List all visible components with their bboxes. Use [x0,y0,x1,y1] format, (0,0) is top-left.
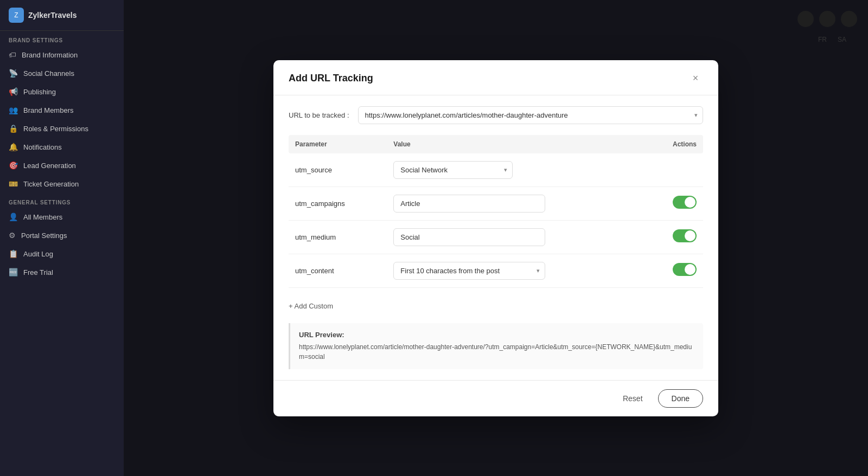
param-name-utm-medium: utm_medium [289,220,387,254]
sidebar-item-label: Audit Log [23,250,53,258]
sidebar-item-label: Brand Information [22,51,78,59]
table-row: utm_medium [289,220,703,254]
add-custom-link[interactable]: + Add Custom [289,294,333,312]
notifications-icon: 🔔 [9,143,18,151]
toggle-slider [673,229,697,242]
sidebar-item-ticket-generation[interactable]: 🎫 Ticket Generation [0,175,124,193]
reset-button[interactable]: Reset [614,390,652,407]
sidebar-item-brand-information[interactable]: 🏷 Brand Information [0,46,124,64]
roles-permissions-icon: 🔒 [9,124,18,133]
sidebar-item-label: Lead Generation [23,162,76,170]
sidebar-item-label: Notifications [23,143,62,151]
utm-medium-input[interactable] [393,228,545,246]
sidebar-logo: Z ZylkerTravels [0,0,124,31]
close-button[interactable]: × [688,71,703,86]
sidebar-item-label: Brand Members [23,106,73,114]
sidebar: Z ZylkerTravels BRAND SETTINGS 🏷 Brand I… [0,0,124,476]
sidebar-item-social-channels[interactable]: 📡 Social Channels [0,64,124,82]
brand-settings-section-label: BRAND SETTINGS [0,31,124,46]
sidebar-item-all-members[interactable]: 👤 All Members [0,208,124,226]
add-url-tracking-modal: Add URL Tracking × URL to be tracked : h… [273,60,718,416]
modal-title: Add URL Tracking [289,73,373,84]
url-tracked-label: URL to be tracked : [289,111,349,119]
table-body: utm_source Social NetworkEmailCPCOrganic… [289,153,703,288]
url-preview-box: URL Preview: https://www.lonelyplanet.co… [289,323,703,369]
table-row: utm_source Social NetworkEmailCPCOrganic… [289,153,703,187]
actions-utm-source [645,153,703,187]
utm-content-select[interactable]: First 10 charactes from the postPost tit… [393,262,545,280]
app-name: ZylkerTravels [28,11,77,20]
utm-content-toggle[interactable] [673,263,697,276]
ticket-generation-icon: 🎫 [9,179,18,188]
sidebar-item-audit-log[interactable]: 📋 Audit Log [0,245,124,263]
utm-campaigns-input[interactable] [393,195,545,213]
audit-log-icon: 📋 [9,249,18,258]
actions-utm-content [645,254,703,287]
modal-footer: Reset Done [273,380,718,416]
sidebar-item-notifications[interactable]: 🔔 Notifications [0,138,124,156]
url-select-wrapper: https://www.lonelyplanet.com/articles/mo… [358,106,703,124]
col-value: Value [387,135,645,153]
param-name-utm-campaigns: utm_campaigns [289,186,387,220]
app-logo-icon: Z [9,8,24,23]
table-header-row: Parameter Value Actions [289,135,703,153]
sidebar-item-label: Free Trial [23,268,53,276]
portal-settings-icon: ⚙ [9,231,16,240]
col-parameter: Parameter [289,135,387,153]
sidebar-item-label: Portal Settings [21,231,67,240]
social-channels-icon: 📡 [9,69,18,78]
utm-source-select[interactable]: Social NetworkEmailCPCOrganic [393,161,513,179]
sidebar-item-free-trial[interactable]: 🆓 Free Trial [0,263,124,281]
sidebar-item-portal-settings[interactable]: ⚙ Portal Settings [0,226,124,245]
toggle-slider [673,196,697,209]
url-preview-label: URL Preview: [299,331,694,339]
utm-source-select-wrapper: Social NetworkEmailCPCOrganic ▾ [393,161,513,179]
brand-information-icon: 🏷 [9,50,16,59]
modal-body: URL to be tracked : https://www.lonelypl… [273,95,718,380]
free-trial-icon: 🆓 [9,268,18,276]
general-settings-section-label: GENERAL SETTINGS [0,193,124,208]
param-value-utm-source: Social NetworkEmailCPCOrganic ▾ [387,153,645,187]
table-row: utm_content First 10 charactes from the … [289,254,703,287]
toggle-slider [673,263,697,276]
sidebar-item-label: Roles & Permissions [23,125,88,133]
param-name-utm-source: utm_source [289,153,387,187]
add-custom-row: + Add Custom [289,288,703,314]
actions-utm-medium [645,220,703,254]
sidebar-item-publishing[interactable]: 📢 Publishing [0,82,124,101]
utm-campaigns-toggle[interactable] [673,196,697,209]
parameters-table: Parameter Value Actions utm_source [289,135,703,288]
sidebar-item-lead-generation[interactable]: 🎯 Lead Generation [0,156,124,175]
table-header: Parameter Value Actions [289,135,703,153]
url-tracked-row: URL to be tracked : https://www.lonelypl… [289,106,703,124]
modal-header: Add URL Tracking × [273,60,718,95]
param-value-utm-campaigns [387,186,645,220]
sidebar-item-roles-permissions[interactable]: 🔒 Roles & Permissions [0,119,124,138]
sidebar-item-label: All Members [23,213,62,221]
url-select[interactable]: https://www.lonelyplanet.com/articles/mo… [358,106,703,124]
col-actions: Actions [645,135,703,153]
utm-medium-toggle[interactable] [673,229,697,242]
actions-utm-campaigns [645,186,703,220]
table-row: utm_campaigns [289,186,703,220]
param-value-utm-medium [387,220,645,254]
publishing-icon: 📢 [9,87,18,96]
modal-backdrop: Add URL Tracking × URL to be tracked : h… [124,0,868,476]
sidebar-item-brand-members[interactable]: 👥 Brand Members [0,101,124,119]
param-name-utm-content: utm_content [289,254,387,287]
all-members-icon: 👤 [9,213,18,221]
done-button[interactable]: Done [658,389,703,408]
app-background: Z ZylkerTravels BRAND SETTINGS 🏷 Brand I… [0,0,868,476]
main-content: FR SA Add URL Tracking × URL to be track… [124,0,868,476]
sidebar-item-label: Ticket Generation [23,180,79,188]
url-preview-text: https://www.lonelyplanet.com/article/mot… [299,342,694,362]
param-value-utm-content: First 10 charactes from the postPost tit… [387,254,645,287]
utm-content-select-wrapper: First 10 charactes from the postPost tit… [393,262,545,280]
sidebar-item-label: Social Channels [23,69,74,78]
brand-members-icon: 👥 [9,106,18,114]
sidebar-item-label: Publishing [23,88,56,96]
lead-generation-icon: 🎯 [9,161,18,170]
